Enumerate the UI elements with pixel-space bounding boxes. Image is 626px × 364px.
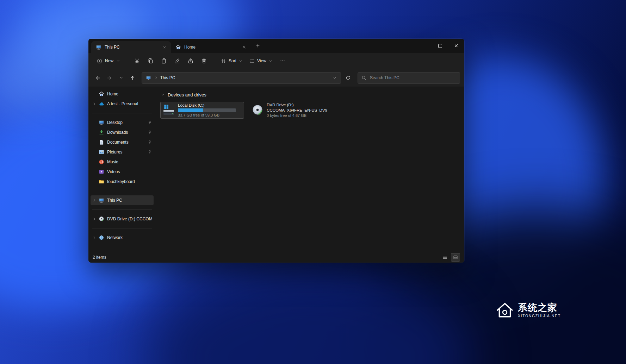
chevron-down-icon: [239, 59, 242, 63]
tab-label: This PC: [105, 45, 158, 50]
sidebar-item-pictures[interactable]: Pictures: [91, 147, 154, 157]
breadcrumb[interactable]: This PC: [160, 75, 175, 80]
address-dropdown-button[interactable]: [330, 73, 339, 82]
pin-icon: [147, 120, 152, 125]
drive-free-space: 33.7 GB free of 59.3 GB: [178, 113, 242, 118]
address-bar[interactable]: This PC: [142, 72, 341, 84]
watermark-title: 系统之家: [518, 302, 561, 313]
this-pc-monitor-icon: [98, 197, 105, 203]
sidebar-item-label: This PC: [107, 198, 152, 203]
view-icon: [249, 58, 255, 64]
tab-close-icon[interactable]: [241, 44, 248, 51]
sidebar-item-music[interactable]: Music: [91, 157, 154, 167]
sort-button[interactable]: Sort: [218, 56, 246, 66]
chevron-right-icon[interactable]: [91, 235, 97, 241]
cut-button[interactable]: [131, 55, 143, 67]
sidebar-item-home[interactable]: Home: [91, 89, 154, 99]
copy-button[interactable]: [144, 55, 157, 67]
home-house-icon: [175, 44, 181, 50]
drive-dvd-d[interactable]: DVD Drive (D:) CCCOMA_X64FRE_EN-US_DV9 0…: [249, 102, 333, 119]
view-button-label: View: [257, 58, 266, 63]
devices-and-drives-header[interactable]: Devices and drives: [160, 90, 460, 99]
capacity-bar: [178, 108, 236, 112]
pin-icon: [147, 130, 152, 135]
sidebar-item-downloads[interactable]: Downloads: [91, 127, 154, 137]
new-button-label: New: [105, 58, 113, 63]
sidebar-item-label: Network: [107, 235, 152, 240]
share-button[interactable]: [184, 55, 197, 67]
thumbnails-view-icon: [453, 255, 458, 260]
sidebar-item-label: touchkeyboard: [107, 179, 152, 184]
recent-locations-button[interactable]: [116, 73, 126, 83]
sidebar-item-desktop[interactable]: Desktop: [91, 118, 154, 127]
sidebar-item-label: Music: [107, 159, 152, 164]
sidebar-separator: [92, 228, 152, 228]
sidebar-item-videos[interactable]: Videos: [91, 167, 154, 177]
chevron-right-icon[interactable]: [91, 101, 97, 107]
tab-close-icon[interactable]: [161, 44, 168, 51]
large-thumbnails-view-button[interactable]: [451, 253, 460, 262]
chevron-right-icon[interactable]: [91, 216, 97, 222]
tab-this-pc[interactable]: This PC: [91, 41, 171, 53]
tab-home[interactable]: Home: [171, 41, 250, 53]
maximize-button[interactable]: [432, 39, 448, 53]
sidebar-item-this-pc[interactable]: This PC: [91, 195, 154, 205]
refresh-icon: [346, 75, 351, 80]
arrow-left-icon: [95, 75, 101, 81]
back-button[interactable]: [93, 73, 104, 83]
new-button[interactable]: New: [93, 56, 123, 66]
copy-icon: [148, 58, 153, 64]
sidebar-item-documents[interactable]: Documents: [91, 137, 154, 147]
details-view-button[interactable]: [440, 253, 450, 262]
file-explorer-window: This PC Home New: [88, 39, 464, 263]
sidebar-item-label: Pictures: [107, 150, 146, 155]
more-ellipsis-icon: [280, 58, 285, 64]
view-button[interactable]: View: [246, 56, 275, 66]
new-tab-button[interactable]: [253, 40, 263, 51]
site-watermark: 系统之家 XITONGZHIJIA.NET: [496, 302, 561, 318]
breadcrumb-chevron-icon: [154, 76, 158, 80]
sidebar-item-onedrive[interactable]: A test - Personal: [91, 99, 154, 109]
status-divider: [110, 255, 110, 260]
close-icon: [454, 44, 458, 48]
rename-button[interactable]: [171, 55, 184, 67]
dvd-disc-icon: [98, 216, 105, 222]
tab-bar: This PC Home: [88, 39, 464, 53]
toolbar-divider: [214, 57, 214, 65]
minimize-button[interactable]: [416, 39, 432, 53]
sidebar-item-touchkeyboard[interactable]: touchkeyboard: [91, 177, 154, 187]
explorer-body: Home A test - Personal Desktop: [88, 87, 464, 252]
sidebar-item-label: Downloads: [107, 130, 146, 135]
forward-button[interactable]: [104, 73, 115, 83]
search-box: [358, 72, 460, 84]
command-bar: New Sort View: [88, 53, 464, 69]
paste-icon: [161, 58, 167, 64]
drive-volume-label: CCCOMA_X64FRE_EN-US_DV9: [267, 108, 330, 113]
watermark-subtitle: XITONGZHIJIA.NET: [518, 314, 561, 318]
cut-icon: [134, 58, 140, 64]
home-house-icon: [98, 91, 105, 97]
sidebar-item-network[interactable]: Network: [91, 233, 154, 243]
share-icon: [188, 58, 193, 64]
arrow-up-icon: [130, 75, 135, 81]
collapse-chevron-icon[interactable]: [161, 93, 165, 96]
delete-button[interactable]: [198, 55, 210, 67]
item-count: 2 items: [93, 255, 106, 260]
plus-circle-icon: [97, 58, 102, 64]
sidebar-item-label: DVD Drive (D:) CCCOMA_X64FR: [107, 216, 152, 221]
search-input[interactable]: [369, 75, 456, 81]
up-button[interactable]: [127, 73, 138, 83]
pin-icon: [147, 150, 152, 155]
this-pc-monitor-icon: [145, 75, 152, 81]
close-button[interactable]: [448, 39, 464, 53]
refresh-button[interactable]: [343, 73, 353, 83]
drive-local-disk-c[interactable]: Local Disk (C:) 33.7 GB free of 59.3 GB: [160, 102, 244, 119]
window-controls: [416, 39, 464, 53]
paste-button[interactable]: [157, 55, 170, 67]
sort-icon: [221, 58, 226, 64]
sidebar-item-dvd-drive[interactable]: DVD Drive (D:) CCCOMA_X64FR: [91, 214, 154, 224]
maximize-icon: [438, 44, 442, 48]
more-options-button[interactable]: [276, 55, 289, 67]
chevron-right-icon[interactable]: [91, 197, 97, 203]
drive-info: DVD Drive (D:) CCCOMA_X64FRE_EN-US_DV9 0…: [267, 103, 330, 118]
